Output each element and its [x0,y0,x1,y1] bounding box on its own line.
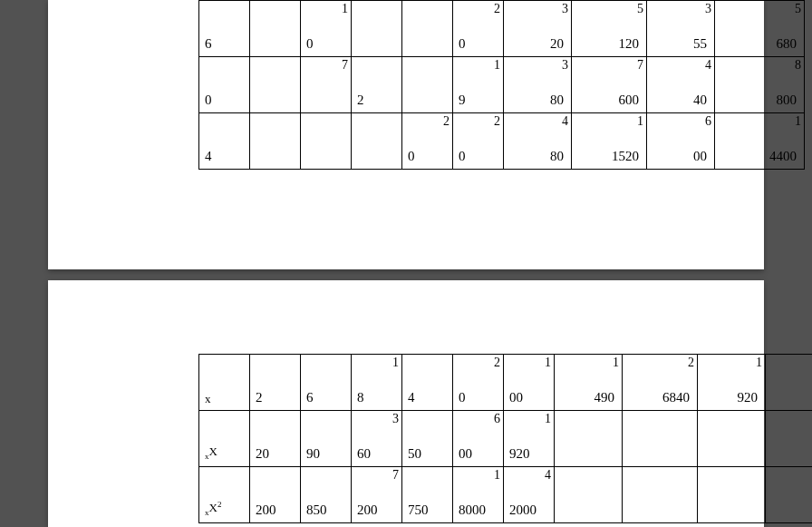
table-cell: 320 [504,1,572,57]
cell-value: 20 [256,447,269,461]
cell-value: 0 [459,391,466,405]
cell-value: 9 [459,93,466,107]
table-cell [766,467,813,523]
row-header-cell: xX [199,411,250,467]
cell-value: 2 [256,391,263,405]
table-cell: 600 [453,411,504,467]
table-cell [352,113,402,170]
document-page-2: x2618420100149026840192033055xX209036050… [48,280,764,527]
row-label: xX [205,445,218,461]
table-cell: 355 [647,1,715,57]
table-cell [250,57,301,113]
cell-value: 490 [594,391,615,405]
cell-value: 50 [408,447,421,461]
table-cell: 33055 [766,355,813,411]
table-1-wrap: 6102032051203555680072193807600440880042… [198,0,714,170]
cell-superscript: 7 [392,469,399,482]
table-cell: 4 [199,113,250,170]
cell-value: 0 [459,37,466,51]
cell-value: 6840 [662,391,690,405]
table-cell [698,467,766,523]
table-row: 420204801152060014400 [199,113,805,170]
table-cell [301,113,352,170]
cell-value: 60 [357,447,371,461]
table-cell: 20 [453,1,504,57]
cell-superscript: 2 [494,3,500,15]
row-label: xX2 [205,501,221,517]
cell-superscript: 1 [392,356,399,369]
cell-value: 80 [550,150,564,163]
table-cell: 6 [301,355,352,411]
cell-superscript: 5 [795,3,801,15]
cell-value: 1520 [612,150,639,163]
cell-superscript: 6 [494,413,500,425]
cell-value: 800 [777,93,798,107]
cell-value: 680 [777,37,798,51]
cell-superscript: 6 [705,115,711,128]
cell-superscript: 7 [637,59,643,72]
cell-value: 8000 [459,503,486,517]
table-cell: 18000 [453,467,504,523]
table-cell: 100 [504,355,555,411]
table-cell: 7600 [572,57,647,113]
table-cell: 50 [402,411,453,467]
cell-superscript: 1 [342,3,348,15]
table-cell: 7 [301,57,352,113]
cell-value: 00 [509,391,523,405]
table-cell [766,411,813,467]
cell-superscript: 1 [795,115,801,128]
cell-superscript: 1 [756,356,762,369]
cell-value: 90 [306,447,320,461]
table-2-wrap: x2618420100149026840192033055xX209036050… [198,354,714,523]
table-cell [623,467,698,523]
table-cell: 4 [402,355,453,411]
cell-superscript: 1 [545,413,551,425]
table-cell: 6 [199,1,250,57]
table-cell: 5120 [572,1,647,57]
cell-value: 600 [619,93,640,107]
cell-value: 2 [357,93,364,107]
table-cell: 200 [250,467,301,523]
table-cell: 850 [301,467,352,523]
cell-superscript: 4 [562,115,568,128]
table-cell [402,57,453,113]
document-page-1: 6102032051203555680072193807600440880042… [48,0,764,269]
cell-superscript: 1 [613,356,619,369]
cell-superscript: 1 [494,469,500,482]
cell-superscript: 7 [342,59,348,72]
table-cell [250,1,301,57]
table-cell: 18 [352,355,402,411]
table-cell: 0 [199,57,250,113]
cell-superscript: 1 [637,115,643,128]
cell-value: 0 [459,150,466,163]
table-cell: 440 [647,57,715,113]
table-cell: 360 [352,411,402,467]
cell-value: 2000 [509,503,536,517]
cell-value: 4 [408,391,415,405]
cell-value: 850 [306,503,327,517]
cell-value: 200 [256,503,276,517]
cell-value: 20 [550,37,564,51]
table-cell: 20 [250,411,301,467]
table-cell: 7200 [352,467,402,523]
table-cell: 20 [453,113,504,170]
table-cell: 19 [453,57,504,113]
table-cell [623,411,698,467]
table-cell: 1490 [555,355,623,411]
cell-superscript: 8 [795,59,801,72]
table-row: xX220085072007501800042000 [199,467,813,523]
cell-superscript: 4 [545,469,551,482]
table-cell: 11520 [572,113,647,170]
cell-value: 920 [738,391,759,405]
table-row: 0721938076004408800 [199,57,805,113]
row-label: x [205,393,211,405]
cell-value: 0 [306,37,314,51]
table-cell [250,113,301,170]
table-cell: 5680 [715,1,805,57]
cell-superscript: 1 [494,59,500,72]
cell-superscript: 3 [562,59,568,72]
table-cell: 480 [504,113,572,170]
table-row: xX2090360506001920 [199,411,813,467]
cell-value: 8 [357,391,364,405]
table-cell: 10 [301,1,352,57]
